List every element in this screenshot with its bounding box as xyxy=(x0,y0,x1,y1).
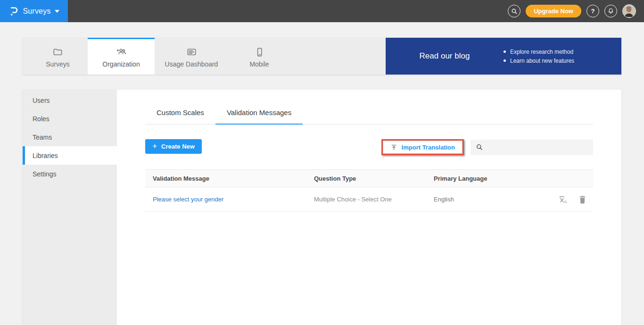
row-actions: A xyxy=(549,195,593,204)
sidebar-item-label: Settings xyxy=(33,170,57,178)
nav-tab-surveys[interactable]: Surveys xyxy=(28,38,88,75)
tab-custom-scales[interactable]: Custom Scales xyxy=(145,108,215,125)
main-panel: Users Roles Teams Libraries Settings Cus… xyxy=(23,90,621,325)
promo-bullet: Learn about new features xyxy=(504,58,574,64)
dashboard-icon xyxy=(186,47,197,58)
promo-title: Read our blog xyxy=(386,51,504,61)
sidebar-item-teams[interactable]: Teams xyxy=(23,128,117,146)
libraries-content: Custom Scales Validation Messages + Crea… xyxy=(117,90,621,325)
import-translation-label: Import Translation xyxy=(402,144,455,151)
sidebar-item-label: Libraries xyxy=(33,152,58,159)
nav-tab-label: Organization xyxy=(102,60,140,68)
primary-language-cell: English xyxy=(426,187,541,212)
promo-bullet-list: Explore research method Learn about new … xyxy=(504,46,574,67)
table-search-input[interactable] xyxy=(487,140,593,155)
nav-tab-usage-dashboard[interactable]: Usage Dashboard xyxy=(155,38,228,75)
import-translation-button[interactable]: Import Translation xyxy=(383,141,462,154)
translate-button[interactable]: A xyxy=(559,195,568,204)
primary-nav: Surveys Organization Usage Dashboard Mob… xyxy=(23,38,621,75)
sidebar-item-settings[interactable]: Settings xyxy=(23,165,117,183)
nav-tab-label: Surveys xyxy=(46,60,70,68)
topbar-actions: Upgrade Now ? xyxy=(508,4,644,18)
table-header-row: Validation Message Question Type Primary… xyxy=(145,170,593,187)
user-avatar[interactable] xyxy=(622,4,636,18)
upgrade-now-button[interactable]: Upgrade Now xyxy=(526,5,581,17)
validation-messages-table: Validation Message Question Type Primary… xyxy=(145,169,593,212)
column-header-validation-message: Validation Message xyxy=(145,170,306,187)
search-icon xyxy=(476,143,483,151)
chevron-down-icon xyxy=(55,10,59,13)
blog-promo-banner[interactable]: Read our blog Explore research method Le… xyxy=(386,38,621,75)
bell-icon xyxy=(607,8,614,15)
question-mark-icon: ? xyxy=(591,8,595,15)
nav-tab-label: Mobile xyxy=(249,60,269,68)
question-type-cell: Multiple Choice - Select One xyxy=(306,187,426,212)
nav-tab-label: Usage Dashboard xyxy=(165,60,218,68)
folder-icon xyxy=(52,47,63,58)
sidebar-item-label: Users xyxy=(33,97,50,104)
library-tabs: Custom Scales Validation Messages xyxy=(145,108,593,125)
create-new-label: Create New xyxy=(161,143,195,150)
nav-tab-mobile[interactable]: Mobile xyxy=(228,38,290,75)
table-search xyxy=(471,140,593,155)
sidebar-item-label: Roles xyxy=(33,115,50,123)
svg-text:A: A xyxy=(564,199,567,204)
trash-icon xyxy=(578,195,586,204)
table-row: Please select your gender Multiple Choic… xyxy=(145,187,593,212)
sidebar-item-roles[interactable]: Roles xyxy=(23,109,117,128)
sidebar-item-libraries[interactable]: Libraries xyxy=(23,146,117,165)
topbar: Surveys Upgrade Now ? xyxy=(0,0,644,22)
notifications-button[interactable] xyxy=(604,5,617,17)
product-switcher[interactable]: Surveys xyxy=(0,0,68,22)
sidebar-item-label: Teams xyxy=(33,133,52,141)
column-header-question-type: Question Type xyxy=(306,170,426,187)
sidebar-item-users[interactable]: Users xyxy=(23,91,117,109)
create-new-button[interactable]: + Create New xyxy=(145,139,202,154)
settings-sidebar: Users Roles Teams Libraries Settings xyxy=(23,90,117,325)
smartphone-icon xyxy=(254,47,265,58)
upload-icon xyxy=(390,144,397,151)
validation-message-link[interactable]: Please select your gender xyxy=(153,196,223,203)
search-button[interactable] xyxy=(508,5,520,17)
nav-tab-organization[interactable]: Organization xyxy=(88,38,155,75)
search-icon xyxy=(511,8,518,15)
tab-validation-messages[interactable]: Validation Messages xyxy=(215,108,303,125)
delete-button[interactable] xyxy=(578,195,586,204)
avatar-photo xyxy=(623,5,635,17)
help-button[interactable]: ? xyxy=(586,5,599,17)
toolbar: + Create New Import Translation xyxy=(145,139,593,155)
brand-logo-icon xyxy=(8,6,19,17)
column-header-primary-language: Primary Language xyxy=(426,170,541,187)
product-name: Surveys xyxy=(23,7,50,16)
translate-icon: A xyxy=(559,195,568,204)
add-people-icon xyxy=(116,47,127,58)
plus-icon: + xyxy=(152,142,157,151)
import-translation-highlight: Import Translation xyxy=(381,139,464,155)
toolbar-right: Import Translation xyxy=(381,139,593,155)
promo-bullet: Explore research method xyxy=(504,49,574,55)
column-header-actions xyxy=(541,170,593,187)
